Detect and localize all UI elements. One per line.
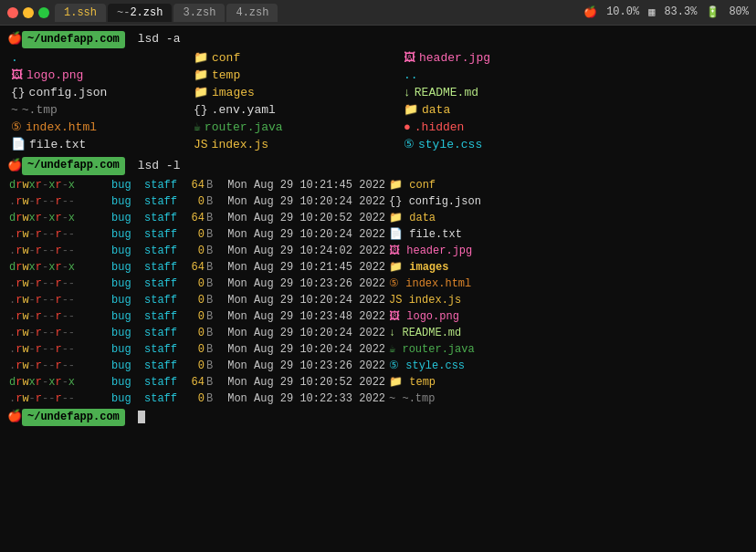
list-item: 🖼 header.jpg xyxy=(404,50,586,68)
minimize-dot[interactable] xyxy=(23,7,34,18)
list-item: ⑤ style.css xyxy=(404,137,586,154)
titlebar: 1.ssh ~-2.zsh 3.zsh 4.zsh 🍎 10.0% ▦ 83.3… xyxy=(0,0,756,26)
list-item: 📄 file.txt xyxy=(11,137,194,154)
table-row: .rw-r--r-- bug staff 0 B Mon Aug 29 10:2… xyxy=(9,276,749,292)
list-item: .. xyxy=(404,68,586,85)
prompt-cmd-3 xyxy=(131,409,145,426)
table-row: .rw-r--r-- bug staff 0 B Mon Aug 29 10:2… xyxy=(9,308,749,325)
table-row: .rw-r--r-- bug staff 0 B Mon Aug 29 10:2… xyxy=(9,243,749,259)
table-row: .rw-r--r-- bug staff 0 B Mon Aug 29 10:2… xyxy=(9,226,749,243)
table-row: .rw-r--r-- bug staff 0 B Mon Aug 29 10:2… xyxy=(9,193,749,210)
list-item: ● .hidden xyxy=(404,120,586,137)
list-item: {} .env.yaml xyxy=(194,102,404,120)
system-status: 🍎 10.0% ▦ 83.3% 🔋 80% xyxy=(583,5,749,19)
table-row: drwxr-xr-x bug staff 64 B Mon Aug 29 10:… xyxy=(9,177,749,193)
tab-group: 1.ssh ~-2.zsh 3.zsh 4.zsh xyxy=(55,4,278,22)
maximize-dot[interactable] xyxy=(38,7,49,18)
list-item: 🖼 logo.png xyxy=(11,68,194,85)
lsd-l-output: drwxr-xr-x bug staff 64 B Mon Aug 29 10:… xyxy=(9,177,749,407)
lsd-a-output: . 📁 conf 🖼 header.jpg 🖼 logo.png 📁 temp … xyxy=(11,50,749,153)
prompt-line-3: 🍎 ~/undefapp.com xyxy=(7,409,749,426)
prompt-path-1: ~/undefapp.com xyxy=(22,31,125,48)
list-item: {} config.json xyxy=(11,85,194,102)
list-item: 📁 data xyxy=(404,102,586,120)
mem-icon: ▦ xyxy=(648,5,655,19)
terminal[interactable]: 🍎 ~/undefapp.com lsd -a . 📁 conf 🖼 heade… xyxy=(0,26,756,552)
tab-4-zsh[interactable]: 4.zsh xyxy=(226,4,278,22)
cursor xyxy=(138,411,145,423)
prompt-cmd-1: lsd -a xyxy=(131,31,181,48)
prompt-path-2: ~/undefapp.com xyxy=(22,157,125,174)
bat-level: 80% xyxy=(729,5,749,19)
table-row: .rw-r--r-- bug staff 0 B Mon Aug 29 10:2… xyxy=(9,325,749,341)
list-item: 📁 images xyxy=(194,85,404,102)
close-dot[interactable] xyxy=(7,7,18,18)
mem-usage: 83.3% xyxy=(664,5,697,19)
list-item: ⑤ index.html xyxy=(11,120,194,137)
tab-2-zsh[interactable]: ~-2.zsh xyxy=(108,4,172,22)
cpu-usage: 10.0% xyxy=(606,5,639,19)
table-row: .rw-r--r-- bug staff 0 B Mon Aug 29 10:2… xyxy=(9,292,749,308)
prompt-path-3: ~/undefapp.com xyxy=(22,409,125,426)
list-item: JS index.js xyxy=(194,137,404,154)
table-row: drwxr-xr-x bug staff 64 B Mon Aug 29 10:… xyxy=(9,259,749,276)
table-row: drwxr-xr-x bug staff 64 B Mon Aug 29 10:… xyxy=(9,210,749,226)
list-item: ↓ README.md xyxy=(404,85,586,102)
table-row: .rw-r--r-- bug staff 0 B Mon Aug 29 10:2… xyxy=(9,391,749,407)
cpu-icon: 🍎 xyxy=(583,5,597,19)
tab-3-zsh[interactable]: 3.zsh xyxy=(173,4,225,22)
list-item: 📁 temp xyxy=(194,68,404,85)
window-controls xyxy=(7,7,49,18)
prompt-cmd-2: lsd -l xyxy=(131,158,181,175)
list-item: ~ ~.tmp xyxy=(11,102,194,120)
prompt-line-1: 🍎 ~/undefapp.com lsd -a xyxy=(7,31,749,48)
tab-1-ssh[interactable]: 1.ssh xyxy=(55,4,106,22)
bat-icon: 🔋 xyxy=(706,5,719,19)
table-row: .rw-r--r-- bug staff 0 B Mon Aug 29 10:2… xyxy=(9,341,749,358)
table-row: drwxr-xr-x bug staff 64 B Mon Aug 29 10:… xyxy=(9,374,749,391)
prompt-line-2: 🍎 ~/undefapp.com lsd -l xyxy=(7,157,749,174)
table-row: .rw-r--r-- bug staff 0 B Mon Aug 29 10:2… xyxy=(9,358,749,374)
list-item: ☕ router.java xyxy=(194,120,404,137)
list-item: 📁 conf xyxy=(194,50,404,68)
list-item: . xyxy=(11,50,194,68)
